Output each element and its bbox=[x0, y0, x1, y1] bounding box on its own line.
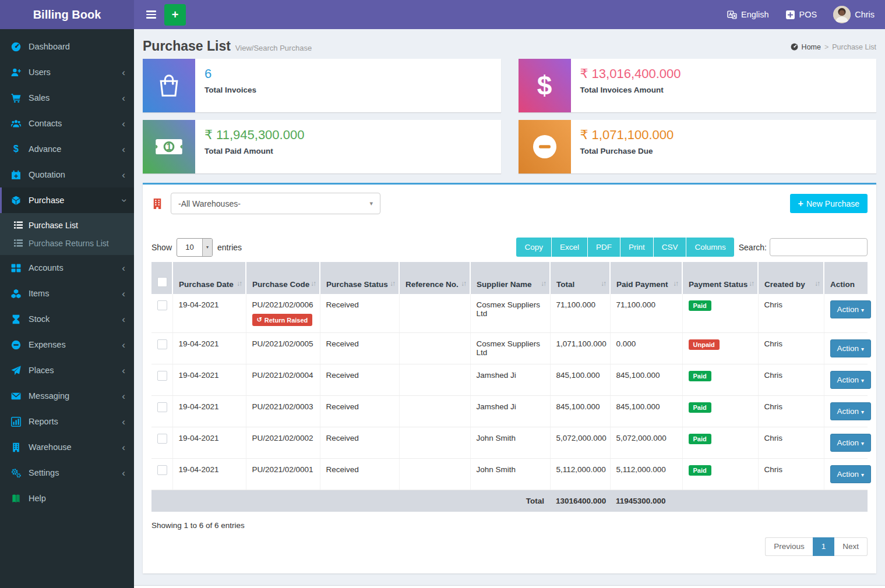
top-navbar: Billing Book + English POS bbox=[0, 0, 885, 29]
row-checkbox[interactable] bbox=[157, 402, 167, 412]
page-number-button[interactable]: 1 bbox=[813, 537, 835, 556]
sidebar-item-expenses[interactable]: Expenses ‹ bbox=[0, 332, 134, 357]
excel-button[interactable]: Excel bbox=[552, 238, 588, 257]
new-purchase-button[interactable]: + New Purchase bbox=[790, 194, 868, 213]
table-footer-row: Total 13016400.000 11945300.000 bbox=[151, 490, 868, 512]
col-purchase-code[interactable]: Purchase Code↓↑ bbox=[246, 262, 320, 294]
chevron-left-icon: ‹ bbox=[122, 314, 125, 324]
row-checkbox[interactable] bbox=[157, 300, 167, 310]
payment-status-badge: Paid bbox=[689, 465, 711, 476]
row-checkbox[interactable] bbox=[157, 465, 167, 475]
table-header-row: Purchase Date↓↑ Purchase Code↓↑ Purchase… bbox=[151, 262, 868, 294]
sidebar-item-purchase-list[interactable]: Purchase List bbox=[0, 216, 134, 234]
pos-menu[interactable]: POS bbox=[785, 10, 817, 20]
row-checkbox[interactable] bbox=[157, 339, 167, 349]
sub-item-label: Purchase List bbox=[29, 221, 78, 230]
payment-status-badge: Unpaid bbox=[689, 339, 720, 350]
cell-date: 19-04-2021 bbox=[172, 427, 246, 459]
sidebar-item-dashboard[interactable]: Dashboard bbox=[0, 34, 134, 59]
show-label: Show bbox=[151, 243, 172, 252]
purchase-submenu: Purchase List Purchase Returns List bbox=[0, 213, 134, 255]
caret-down-icon: ▾ bbox=[861, 307, 864, 313]
action-button[interactable]: Action▾ bbox=[830, 465, 872, 483]
sidebar-item-places[interactable]: Places ‹ bbox=[0, 357, 134, 383]
sidebar-item-advance[interactable]: $ Advance ‹ bbox=[0, 136, 134, 162]
quick-add-button[interactable]: + bbox=[164, 4, 186, 26]
user-menu[interactable]: Chris bbox=[833, 6, 875, 23]
cell-created-by: Chris bbox=[758, 427, 824, 459]
cell-code: PU/2021/02/0004 bbox=[246, 364, 320, 396]
stat-label: Total Invoices Amount bbox=[580, 86, 681, 94]
row-checkbox[interactable] bbox=[157, 371, 167, 381]
cell-code: PU/2021/02/0005 bbox=[246, 333, 320, 364]
csv-button[interactable]: CSV bbox=[654, 238, 687, 257]
table-row: 19-04-2021 PU/2021/02/0001 Received John… bbox=[151, 459, 868, 490]
sort-icon: ↓↑ bbox=[541, 279, 545, 288]
breadcrumb-home[interactable]: Home bbox=[802, 43, 821, 51]
action-button[interactable]: Action▾ bbox=[830, 434, 872, 452]
pdf-button[interactable]: PDF bbox=[588, 238, 620, 257]
language-menu[interactable]: English bbox=[727, 10, 769, 20]
calendar-plus-icon bbox=[11, 170, 21, 180]
sidebar-item-accounts[interactable]: Accounts ‹ bbox=[0, 255, 134, 281]
row-checkbox[interactable] bbox=[157, 434, 167, 444]
cell-date: 19-04-2021 bbox=[172, 333, 246, 364]
print-button[interactable]: Print bbox=[620, 238, 654, 257]
previous-page-button[interactable]: Previous bbox=[765, 537, 813, 556]
payment-status-badge: Paid bbox=[689, 371, 711, 381]
action-button[interactable]: Action▾ bbox=[830, 402, 872, 420]
grid-icon bbox=[11, 263, 21, 273]
cell-total: 5,112,000.000 bbox=[550, 459, 610, 490]
col-total[interactable]: Total↓↑ bbox=[550, 262, 610, 294]
col-payment-status[interactable]: Payment Status↓↑ bbox=[682, 262, 758, 294]
col-purchase-date[interactable]: Purchase Date↓↑ bbox=[172, 262, 246, 294]
sidebar-item-stock[interactable]: Stock ‹ bbox=[0, 306, 134, 332]
sidebar-item-warehouse[interactable]: Warehouse ‹ bbox=[0, 434, 134, 460]
plus-icon: + bbox=[798, 199, 803, 209]
breadcrumb-separator: > bbox=[824, 43, 828, 51]
col-purchase-status[interactable]: Purchase Status↓↑ bbox=[320, 262, 399, 294]
caret-down-icon: ▾ bbox=[861, 409, 864, 415]
chevron-left-icon: ‹ bbox=[122, 417, 125, 427]
caret-down-icon: ▾ bbox=[369, 200, 373, 207]
chevron-left-icon: ‹ bbox=[122, 119, 125, 129]
sidebar-item-sales[interactable]: Sales ‹ bbox=[0, 85, 134, 111]
search-input[interactable] bbox=[770, 238, 868, 256]
sidebar-item-quotation[interactable]: Quotation ‹ bbox=[0, 162, 134, 187]
action-button[interactable]: Action▾ bbox=[830, 371, 872, 389]
sidebar-item-users[interactable]: Users ‹ bbox=[0, 59, 134, 85]
sidebar-item-label: Stock bbox=[29, 314, 50, 324]
stat-card-total-invoices-amount: $ ₹ 13,016,400.000 Total Invoices Amount bbox=[519, 59, 877, 112]
next-page-button[interactable]: Next bbox=[834, 537, 868, 556]
stat-label: Total Paid Amount bbox=[204, 147, 304, 155]
cell-supplier: John Smith bbox=[470, 459, 550, 490]
warehouse-filter-select[interactable]: -All Warehouses- ▾ bbox=[171, 193, 380, 214]
sidebar-item-contacts[interactable]: Contacts ‹ bbox=[0, 111, 134, 136]
entries-label: entries bbox=[217, 243, 242, 252]
page-title: Purchase List bbox=[143, 38, 231, 54]
sidebar-item-purchase[interactable]: Purchase ‹ bbox=[0, 187, 134, 213]
cell-status: Received bbox=[320, 459, 399, 490]
sidebar-item-help[interactable]: Help bbox=[0, 486, 134, 511]
columns-button[interactable]: Columns bbox=[686, 238, 734, 257]
select-all-checkbox[interactable] bbox=[157, 277, 167, 287]
brand-logo[interactable]: Billing Book bbox=[0, 0, 134, 29]
cell-created-by: Chris bbox=[758, 364, 824, 396]
col-created-by[interactable]: Created by↓↑ bbox=[758, 262, 824, 294]
col-supplier-name[interactable]: Supplier Name↓↑ bbox=[470, 262, 550, 294]
stat-value: 6 bbox=[204, 66, 256, 82]
sidebar-item-purchase-returns-list[interactable]: Purchase Returns List bbox=[0, 234, 134, 252]
col-paid-payment[interactable]: Paid Payment↓↑ bbox=[610, 262, 682, 294]
col-reference-no[interactable]: Reference No.↓↑ bbox=[399, 262, 470, 294]
return-raised-badge[interactable]: ↺Return Raised bbox=[252, 314, 313, 326]
sidebar-item-reports[interactable]: Reports ‹ bbox=[0, 409, 134, 434]
copy-button[interactable]: Copy bbox=[516, 238, 552, 257]
page-size-select[interactable]: 10 ▾ bbox=[177, 238, 213, 257]
chevron-left-icon: ‹ bbox=[122, 468, 125, 478]
sidebar-item-items[interactable]: Items ‹ bbox=[0, 281, 134, 306]
sidebar-item-settings[interactable]: Settings ‹ bbox=[0, 460, 134, 486]
sidebar-item-messaging[interactable]: Messaging ‹ bbox=[0, 383, 134, 409]
action-button[interactable]: Action▾ bbox=[830, 300, 872, 318]
action-button[interactable]: Action▾ bbox=[830, 339, 872, 357]
sidebar-toggle-icon[interactable] bbox=[141, 0, 161, 29]
